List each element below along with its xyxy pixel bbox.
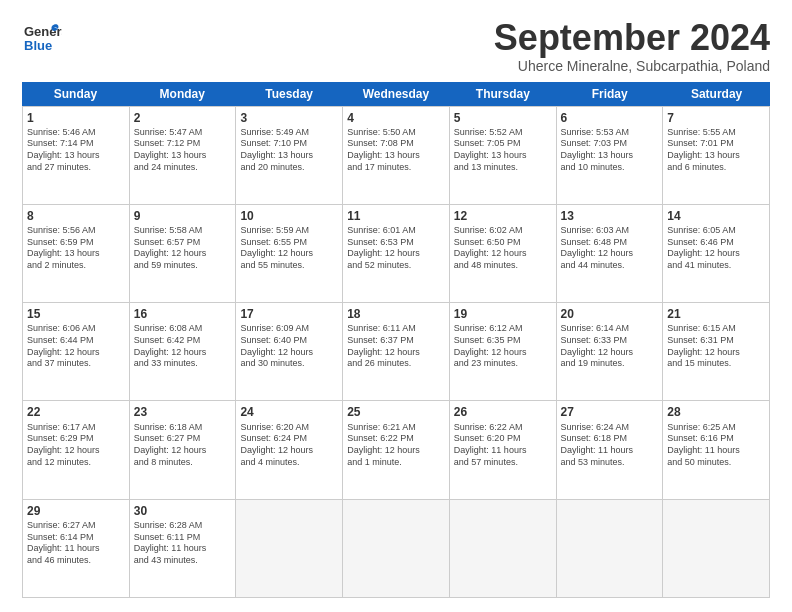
day-number: 6 <box>561 110 659 126</box>
day-info: Sunrise: 6:17 AMSunset: 6:29 PMDaylight:… <box>27 422 125 469</box>
day-number: 29 <box>27 503 125 519</box>
day-info: Sunrise: 6:02 AMSunset: 6:50 PMDaylight:… <box>454 225 552 272</box>
day-info: Sunrise: 6:03 AMSunset: 6:48 PMDaylight:… <box>561 225 659 272</box>
day-number: 10 <box>240 208 338 224</box>
calendar: SundayMondayTuesdayWednesdayThursdayFrid… <box>22 82 770 598</box>
page: General Blue September 2024 Uherce Miner… <box>0 0 792 612</box>
day-number: 8 <box>27 208 125 224</box>
day-info: Sunrise: 5:59 AMSunset: 6:55 PMDaylight:… <box>240 225 338 272</box>
day-info: Sunrise: 6:14 AMSunset: 6:33 PMDaylight:… <box>561 323 659 370</box>
day-number: 15 <box>27 306 125 322</box>
day-info: Sunrise: 5:49 AMSunset: 7:10 PMDaylight:… <box>240 127 338 174</box>
day-header-saturday: Saturday <box>663 82 770 106</box>
empty-cell <box>663 500 770 597</box>
day-number: 27 <box>561 404 659 420</box>
empty-cell <box>450 500 557 597</box>
day-info: Sunrise: 6:11 AMSunset: 6:37 PMDaylight:… <box>347 323 445 370</box>
day-number: 5 <box>454 110 552 126</box>
calendar-week-5: 29Sunrise: 6:27 AMSunset: 6:14 PMDayligh… <box>23 500 770 598</box>
day-cell-10: 10Sunrise: 5:59 AMSunset: 6:55 PMDayligh… <box>236 205 343 302</box>
day-info: Sunrise: 5:52 AMSunset: 7:05 PMDaylight:… <box>454 127 552 174</box>
day-info: Sunrise: 6:06 AMSunset: 6:44 PMDaylight:… <box>27 323 125 370</box>
day-number: 7 <box>667 110 765 126</box>
day-cell-18: 18Sunrise: 6:11 AMSunset: 6:37 PMDayligh… <box>343 303 450 400</box>
day-number: 11 <box>347 208 445 224</box>
day-number: 4 <box>347 110 445 126</box>
day-cell-28: 28Sunrise: 6:25 AMSunset: 6:16 PMDayligh… <box>663 401 770 498</box>
day-cell-17: 17Sunrise: 6:09 AMSunset: 6:40 PMDayligh… <box>236 303 343 400</box>
day-info: Sunrise: 6:12 AMSunset: 6:35 PMDaylight:… <box>454 323 552 370</box>
day-cell-16: 16Sunrise: 6:08 AMSunset: 6:42 PMDayligh… <box>130 303 237 400</box>
day-cell-8: 8Sunrise: 5:56 AMSunset: 6:59 PMDaylight… <box>23 205 130 302</box>
day-info: Sunrise: 6:09 AMSunset: 6:40 PMDaylight:… <box>240 323 338 370</box>
day-info: Sunrise: 5:53 AMSunset: 7:03 PMDaylight:… <box>561 127 659 174</box>
empty-cell <box>236 500 343 597</box>
day-cell-21: 21Sunrise: 6:15 AMSunset: 6:31 PMDayligh… <box>663 303 770 400</box>
day-cell-1: 1Sunrise: 5:46 AMSunset: 7:14 PMDaylight… <box>23 107 130 204</box>
day-number: 18 <box>347 306 445 322</box>
day-info: Sunrise: 6:20 AMSunset: 6:24 PMDaylight:… <box>240 422 338 469</box>
day-info: Sunrise: 6:25 AMSunset: 6:16 PMDaylight:… <box>667 422 765 469</box>
day-header-tuesday: Tuesday <box>236 82 343 106</box>
day-number: 3 <box>240 110 338 126</box>
day-number: 13 <box>561 208 659 224</box>
day-header-wednesday: Wednesday <box>343 82 450 106</box>
day-cell-5: 5Sunrise: 5:52 AMSunset: 7:05 PMDaylight… <box>450 107 557 204</box>
day-cell-2: 2Sunrise: 5:47 AMSunset: 7:12 PMDaylight… <box>130 107 237 204</box>
day-cell-27: 27Sunrise: 6:24 AMSunset: 6:18 PMDayligh… <box>557 401 664 498</box>
calendar-week-1: 1Sunrise: 5:46 AMSunset: 7:14 PMDaylight… <box>23 107 770 205</box>
month-title: September 2024 <box>494 18 770 58</box>
day-number: 17 <box>240 306 338 322</box>
title-block: September 2024 Uherce Mineralne, Subcarp… <box>494 18 770 74</box>
day-number: 28 <box>667 404 765 420</box>
day-cell-19: 19Sunrise: 6:12 AMSunset: 6:35 PMDayligh… <box>450 303 557 400</box>
header: General Blue September 2024 Uherce Miner… <box>22 18 770 74</box>
day-number: 12 <box>454 208 552 224</box>
calendar-week-2: 8Sunrise: 5:56 AMSunset: 6:59 PMDaylight… <box>23 205 770 303</box>
day-header-monday: Monday <box>129 82 236 106</box>
day-info: Sunrise: 5:46 AMSunset: 7:14 PMDaylight:… <box>27 127 125 174</box>
day-number: 2 <box>134 110 232 126</box>
empty-cell <box>343 500 450 597</box>
day-cell-3: 3Sunrise: 5:49 AMSunset: 7:10 PMDaylight… <box>236 107 343 204</box>
day-number: 24 <box>240 404 338 420</box>
day-cell-24: 24Sunrise: 6:20 AMSunset: 6:24 PMDayligh… <box>236 401 343 498</box>
day-cell-30: 30Sunrise: 6:28 AMSunset: 6:11 PMDayligh… <box>130 500 237 597</box>
logo: General Blue <box>22 18 62 62</box>
day-info: Sunrise: 6:27 AMSunset: 6:14 PMDaylight:… <box>27 520 125 567</box>
day-number: 26 <box>454 404 552 420</box>
day-number: 23 <box>134 404 232 420</box>
day-info: Sunrise: 5:58 AMSunset: 6:57 PMDaylight:… <box>134 225 232 272</box>
location-subtitle: Uherce Mineralne, Subcarpathia, Poland <box>494 58 770 74</box>
calendar-header: SundayMondayTuesdayWednesdayThursdayFrid… <box>22 82 770 106</box>
calendar-week-3: 15Sunrise: 6:06 AMSunset: 6:44 PMDayligh… <box>23 303 770 401</box>
day-cell-15: 15Sunrise: 6:06 AMSunset: 6:44 PMDayligh… <box>23 303 130 400</box>
day-info: Sunrise: 6:21 AMSunset: 6:22 PMDaylight:… <box>347 422 445 469</box>
day-cell-22: 22Sunrise: 6:17 AMSunset: 6:29 PMDayligh… <box>23 401 130 498</box>
day-number: 20 <box>561 306 659 322</box>
day-cell-29: 29Sunrise: 6:27 AMSunset: 6:14 PMDayligh… <box>23 500 130 597</box>
day-cell-14: 14Sunrise: 6:05 AMSunset: 6:46 PMDayligh… <box>663 205 770 302</box>
day-number: 16 <box>134 306 232 322</box>
day-info: Sunrise: 6:24 AMSunset: 6:18 PMDaylight:… <box>561 422 659 469</box>
day-header-thursday: Thursday <box>449 82 556 106</box>
day-cell-25: 25Sunrise: 6:21 AMSunset: 6:22 PMDayligh… <box>343 401 450 498</box>
day-cell-13: 13Sunrise: 6:03 AMSunset: 6:48 PMDayligh… <box>557 205 664 302</box>
day-info: Sunrise: 6:05 AMSunset: 6:46 PMDaylight:… <box>667 225 765 272</box>
day-cell-6: 6Sunrise: 5:53 AMSunset: 7:03 PMDaylight… <box>557 107 664 204</box>
day-number: 9 <box>134 208 232 224</box>
day-info: Sunrise: 6:18 AMSunset: 6:27 PMDaylight:… <box>134 422 232 469</box>
day-cell-20: 20Sunrise: 6:14 AMSunset: 6:33 PMDayligh… <box>557 303 664 400</box>
day-cell-12: 12Sunrise: 6:02 AMSunset: 6:50 PMDayligh… <box>450 205 557 302</box>
day-info: Sunrise: 5:55 AMSunset: 7:01 PMDaylight:… <box>667 127 765 174</box>
calendar-body: 1Sunrise: 5:46 AMSunset: 7:14 PMDaylight… <box>22 106 770 598</box>
day-header-sunday: Sunday <box>22 82 129 106</box>
day-number: 25 <box>347 404 445 420</box>
day-cell-9: 9Sunrise: 5:58 AMSunset: 6:57 PMDaylight… <box>130 205 237 302</box>
day-number: 14 <box>667 208 765 224</box>
day-number: 22 <box>27 404 125 420</box>
day-cell-23: 23Sunrise: 6:18 AMSunset: 6:27 PMDayligh… <box>130 401 237 498</box>
empty-cell <box>557 500 664 597</box>
svg-text:Blue: Blue <box>24 38 52 53</box>
day-info: Sunrise: 6:15 AMSunset: 6:31 PMDaylight:… <box>667 323 765 370</box>
